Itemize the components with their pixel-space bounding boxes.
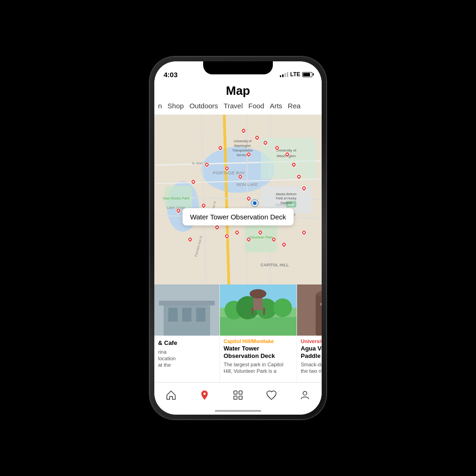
category-tabs: n Shop Outdoors Travel Food Arts Rea (154, 101, 322, 115)
svg-point-49 (273, 298, 292, 317)
category-tab-n[interactable]: n (158, 101, 162, 111)
svg-text:Field at Husky: Field at Husky (276, 197, 297, 201)
category-tab-food[interactable]: Food (248, 101, 264, 111)
nav-profile[interactable] (294, 388, 316, 405)
nav-favorites[interactable] (260, 388, 283, 405)
svg-rect-57 (320, 303, 322, 305)
nav-map[interactable] (193, 388, 216, 405)
svg-rect-52 (251, 308, 253, 315)
map-background: PORTAGE BAY Gas Works Park Volunteer Par… (154, 115, 322, 284)
status-right: LTE (280, 71, 312, 78)
app-header: Map (154, 82, 322, 101)
profile-icon (299, 390, 311, 403)
notch (203, 61, 273, 74)
signal-icon (280, 72, 288, 77)
svg-point-64 (303, 391, 307, 395)
category-tab-travel[interactable]: Travel (224, 101, 243, 111)
place-card[interactable]: & Cafe rinalocationat the (154, 284, 220, 382)
svg-text:University of: University of (234, 139, 251, 143)
phone-frame: 4:03 LTE Map (150, 57, 326, 419)
category-tab-rea[interactable]: Rea (288, 101, 301, 111)
svg-rect-60 (234, 391, 237, 394)
card-image (154, 284, 219, 336)
card-info: University Di Agua VerdPaddle Cl Smack-d… (297, 336, 322, 377)
card-desc: Smack-dabthe two mo (301, 361, 322, 375)
svg-rect-42 (159, 301, 215, 305)
nav-grid[interactable] (227, 388, 249, 405)
svg-rect-39 (168, 308, 178, 322)
card-image (220, 284, 297, 336)
card-info: Capitol Hill/Montlake Water TowerObserva… (220, 336, 297, 377)
map-tooltip[interactable]: Water Tower Observation Deck (183, 208, 294, 225)
svg-rect-55 (316, 294, 322, 336)
current-location-dot (252, 200, 258, 206)
svg-rect-40 (182, 308, 192, 322)
tooltip-text: Water Tower Observation Deck (190, 213, 286, 221)
svg-text:Stadium: Stadium (280, 201, 292, 205)
building-image (154, 284, 219, 336)
map-container[interactable]: PORTAGE BAY Gas Works Park Volunteer Par… (154, 115, 322, 284)
svg-text:Washington: Washington (234, 144, 251, 148)
svg-rect-22 (261, 138, 316, 179)
card-name: Water TowerObservation Deck (224, 345, 293, 359)
place-card[interactable]: ☕ University Di Agua VerdPaddle Cl Smack… (297, 284, 322, 382)
card-neighborhood: University Di (301, 338, 322, 344)
svg-text:Gas Works Park: Gas Works Park (163, 197, 189, 201)
heart-icon (266, 390, 277, 403)
place-card[interactable]: Capitol Hill/Montlake Water TowerObserva… (220, 284, 297, 382)
grid-icon (232, 390, 244, 403)
drink-image: ☕ (297, 284, 322, 336)
category-tab-arts[interactable]: Arts (270, 101, 282, 111)
svg-text:Volunteer Park: Volunteer Park (249, 235, 273, 239)
card-neighborhood: Capitol Hill/Montlake (224, 338, 293, 344)
svg-rect-41 (196, 308, 205, 322)
page-title: Map (226, 84, 250, 98)
svg-rect-62 (234, 396, 237, 399)
category-tab-shop[interactable]: Shop (167, 101, 184, 111)
home-icon (165, 390, 177, 403)
category-tab-outdoors[interactable]: Outdoors (189, 101, 218, 111)
lte-label: LTE (290, 71, 300, 78)
card-desc: rinalocationat the (158, 349, 216, 369)
svg-rect-61 (239, 391, 242, 394)
screen: 4:03 LTE Map (154, 61, 322, 415)
park-image (220, 284, 297, 336)
status-time: 4:03 (164, 71, 178, 79)
card-image: ☕ (297, 284, 322, 336)
home-swipe-indicator (215, 410, 261, 412)
cards-section[interactable]: & Cafe rinalocationat the (154, 284, 322, 382)
card-name: & Cafe (158, 339, 216, 347)
card-info: & Cafe rinalocationat the (154, 336, 219, 371)
map-pin-icon (199, 390, 210, 403)
svg-text:MON LAKE: MON LAKE (237, 182, 258, 187)
svg-rect-53 (263, 308, 265, 315)
svg-point-51 (250, 289, 266, 298)
battery-icon (302, 72, 312, 77)
nav-home[interactable] (160, 388, 182, 405)
card-desc: The largest park in CapitolHill, Volunte… (224, 361, 293, 375)
svg-rect-63 (239, 396, 242, 399)
card-name: Agua VerdPaddle Cl (301, 345, 322, 359)
svg-text:Alaska Airlines: Alaska Airlines (276, 192, 297, 196)
svg-text:CAPITOL HILL: CAPITOL HILL (261, 263, 289, 267)
phone-inner: 4:03 LTE Map (154, 61, 322, 415)
